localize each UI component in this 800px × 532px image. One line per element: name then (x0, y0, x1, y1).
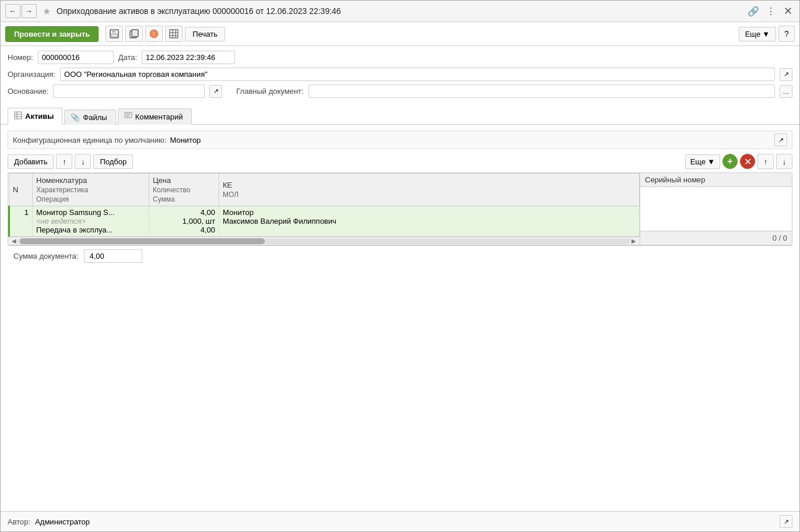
right-pane-body (640, 187, 792, 231)
selection-button[interactable]: Подбор (93, 154, 133, 169)
form-area: Номер: Дата: Организация: ↗ Основание: ↗… (1, 46, 799, 106)
main-doc-open-button[interactable]: … (780, 85, 792, 98)
help-button[interactable]: ? (778, 26, 795, 42)
tabs-bar: Активы 📎 Файлы Комментарий (1, 107, 799, 125)
col-nomenclature: Номенклатура Характеристика Операция (33, 174, 149, 206)
config-unit-open-button[interactable]: ↗ (774, 133, 787, 146)
org-input[interactable] (60, 68, 775, 81)
footer-open-button[interactable]: ↗ (780, 515, 792, 528)
move-up-button[interactable]: ↑ (56, 154, 72, 169)
marks-icon: ! (149, 29, 159, 39)
author-value: Администратор (35, 517, 90, 526)
split-area: N Номенклатура Характеристика Операция (8, 172, 792, 245)
right-pane-counter: 0 / 0 (640, 231, 792, 245)
basis-open-button[interactable]: ↗ (209, 85, 222, 98)
save-button[interactable] (106, 26, 123, 42)
main-doc-label: Главный документ: (236, 87, 303, 96)
scroll-track[interactable] (17, 238, 630, 244)
add-row-button[interactable]: + (722, 154, 738, 169)
forward-button[interactable]: → (22, 4, 37, 18)
horizontal-scrollbar[interactable]: ◀ ▶ (8, 237, 640, 245)
table-row[interactable]: 1 Монитор Samsung S... <не ведется> Пере… (9, 206, 640, 237)
basis-label: Основание: (8, 87, 48, 96)
tab-content-assets: Конфигурационная единица по умолчанию: М… (1, 125, 799, 511)
favorite-icon[interactable]: ★ (43, 6, 51, 17)
main-doc-input[interactable] (308, 84, 775, 98)
scroll-left-arrow[interactable]: ◀ (10, 238, 17, 244)
right-pane-down-button[interactable]: ↓ (776, 154, 792, 169)
copy-button[interactable] (125, 26, 143, 42)
date-input[interactable] (142, 51, 235, 64)
tab-comment[interactable]: Комментарий (118, 108, 192, 125)
move-down-button[interactable]: ↓ (75, 154, 91, 169)
more-button[interactable]: Еще ▼ (739, 27, 776, 41)
svg-rect-12 (15, 112, 22, 119)
link-icon[interactable]: 🔗 (746, 4, 760, 18)
save-icon (109, 29, 120, 39)
scroll-right-arrow[interactable]: ▶ (630, 238, 637, 244)
print-button[interactable]: Печать (185, 27, 225, 41)
number-row: Номер: Дата: (8, 51, 792, 64)
svg-rect-2 (111, 34, 118, 37)
svg-rect-1 (112, 30, 115, 33)
table-icon (14, 111, 22, 121)
sum-label: Сумма документа: (13, 252, 78, 260)
cell-nomenclature-name: Монитор Samsung S... (36, 208, 145, 217)
nav-buttons: ← → (5, 4, 37, 18)
col-ke: КЕ МОЛ (219, 174, 640, 206)
org-open-button[interactable]: ↗ (780, 68, 792, 81)
back-button[interactable]: ← (5, 4, 20, 18)
left-pane: N Номенклатура Характеристика Операция (8, 173, 640, 245)
chevron-icon: ▼ (762, 30, 770, 38)
table-more-button[interactable]: Еще ▼ (685, 154, 720, 169)
title-actions: 🔗 ⋮ ✕ (746, 4, 795, 18)
right-pane: Серийный номер 0 / 0 (640, 173, 792, 245)
right-pane-up-button[interactable]: ↑ (757, 154, 774, 169)
main-toolbar: Провести и закрыть ! (1, 22, 799, 46)
number-input[interactable] (38, 51, 114, 64)
cell-nomenclature[interactable]: Монитор Samsung S... <не ведется> Переда… (33, 206, 149, 237)
date-label: Дата: (118, 53, 137, 62)
config-unit-label: Конфигурационная единица по умолчанию: (13, 136, 166, 145)
sum-row: Сумма документа: (8, 245, 792, 266)
marks-button[interactable]: ! (145, 26, 163, 42)
window-title: Оприходование активов в эксплуатацию 000… (57, 6, 743, 16)
svg-rect-7 (170, 30, 178, 38)
title-bar: ← → ★ Оприходование активов в эксплуатац… (1, 1, 799, 22)
grid-button[interactable] (165, 26, 183, 42)
sum-value[interactable] (84, 249, 142, 263)
org-label: Организация: (8, 70, 55, 79)
copy-icon (129, 29, 139, 39)
cell-price[interactable]: 4,00 1,000, шт 4,00 (149, 206, 219, 237)
right-pane-header: Серийный номер (640, 173, 792, 187)
cell-ke[interactable]: Монитор Максимов Валерий Филиппович (219, 206, 640, 237)
config-unit-value: Монитор (170, 136, 201, 145)
grid-icon (169, 29, 179, 39)
footer-area: Автор: Администратор ↗ (1, 511, 799, 531)
cell-operation: Передача в эксплуа... (36, 226, 145, 234)
tab-assets[interactable]: Активы (8, 108, 62, 125)
author-label: Автор: (8, 517, 30, 526)
comment-icon (124, 112, 132, 122)
svg-rect-16 (125, 112, 132, 118)
more-icon[interactable]: ⋮ (764, 4, 778, 18)
cell-characteristic: <не ведется> (36, 217, 145, 226)
main-window: ← → ★ Оприходование активов в эксплуатац… (0, 0, 800, 532)
post-and-close-button[interactable]: Провести и закрыть (5, 26, 99, 42)
table-toolbar: Добавить ↑ ↓ Подбор Еще ▼ + ✕ ↑ ↓ (8, 154, 792, 169)
config-unit-row: Конфигурационная единица по умолчанию: М… (8, 131, 792, 149)
close-button[interactable]: ✕ (781, 5, 795, 17)
tab-files[interactable]: 📎 Файлы (64, 110, 115, 125)
paperclip-icon: 📎 (71, 113, 80, 122)
remove-row-button[interactable]: ✕ (740, 154, 755, 169)
basis-input[interactable] (53, 84, 205, 98)
assets-table: N Номенклатура Характеристика Операция (8, 173, 640, 237)
scroll-thumb[interactable] (20, 238, 265, 244)
col-n: N (9, 174, 33, 206)
number-label: Номер: (8, 53, 33, 62)
org-row: Организация: ↗ (8, 68, 792, 81)
cell-n: 1 (9, 206, 33, 237)
basis-row: Основание: ↗ Главный документ: … (8, 84, 792, 98)
svg-rect-4 (132, 30, 138, 37)
add-button[interactable]: Добавить (8, 154, 54, 169)
